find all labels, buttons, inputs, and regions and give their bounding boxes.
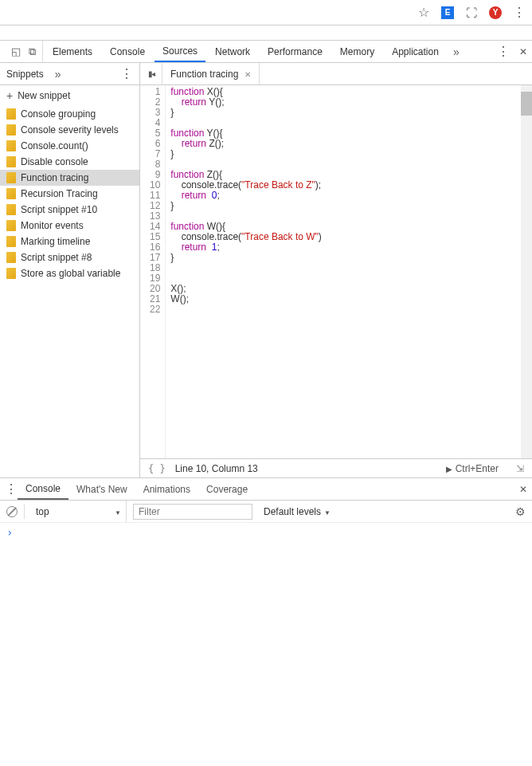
sources-content: Snippets New snippet Console groupingCon… (0, 63, 532, 477)
snippet-item[interactable]: Disable console (0, 154, 139, 170)
snippet-label: Function tracing (21, 172, 88, 183)
drawer-tab-whatsnew[interactable]: What's New (68, 478, 135, 500)
drawer-tabs: Console What's New Animations Coverage (0, 478, 532, 501)
cursor-position: Line 10, Column 13 (175, 463, 258, 474)
sidebar-more-icon[interactable] (50, 68, 66, 81)
snippet-file-icon (6, 268, 16, 279)
snippet-file-icon (6, 204, 16, 215)
levels-label: Default levels (264, 506, 321, 517)
editor-tab-active[interactable]: Function tracing (162, 63, 260, 84)
drawer-tab-console[interactable]: Console (18, 478, 68, 500)
editor-panel: Function tracing 12345678910111213141516… (140, 63, 532, 477)
devtools-panel: Elements Console Sources Network Perform… (0, 40, 532, 730)
console-filter-input[interactable] (133, 504, 252, 520)
snippet-file-icon (6, 220, 16, 231)
code-editor[interactable]: 12345678910111213141516171819202122 func… (140, 85, 532, 458)
expand-icon[interactable] (508, 463, 524, 474)
tab-sources[interactable]: Sources (155, 41, 205, 62)
snippet-file-icon (6, 108, 16, 120)
tab-elements[interactable]: Elements (45, 41, 100, 62)
extension-badge-icon[interactable]: Y (489, 6, 502, 19)
more-tabs-icon[interactable] (448, 45, 464, 58)
context-label: top (36, 506, 49, 517)
editor-scrollbar[interactable] (521, 85, 532, 458)
sidebar-header: Snippets (0, 63, 139, 85)
browser-menu-icon[interactable] (513, 6, 526, 19)
snippet-label: Script snippet #10 (21, 204, 97, 215)
clear-console-icon[interactable] (6, 506, 18, 517)
console-settings-icon[interactable] (515, 505, 526, 518)
snippet-item[interactable]: Script snippet #10 (0, 202, 139, 218)
inspect-element-icon[interactable] (11, 45, 21, 57)
run-snippet-button[interactable]: Ctrl+Enter (446, 463, 499, 474)
device-toolbar-icon[interactable] (29, 45, 36, 58)
snippet-item[interactable]: Console.count() (0, 138, 139, 154)
tab-performance[interactable]: Performance (260, 41, 331, 62)
new-snippet-button[interactable]: New snippet (0, 85, 139, 106)
sidebar-title: Snippets (6, 69, 44, 80)
devtools-main-tabs: Elements Console Sources Network Perform… (0, 41, 532, 63)
tab-network[interactable]: Network (207, 41, 258, 62)
snippet-item[interactable]: Monitor events (0, 218, 139, 234)
snippet-file-icon (6, 124, 16, 136)
bookmark-star-icon[interactable] (417, 6, 430, 19)
snippet-file-icon (6, 140, 16, 151)
snippet-label: Console severity levels (21, 124, 119, 136)
tab-application[interactable]: Application (384, 41, 447, 62)
snippet-label: Script snippet #8 (21, 252, 92, 263)
snippet-label: Console.count() (21, 140, 88, 151)
scrollbar-thumb[interactable] (521, 92, 532, 116)
pretty-print-icon[interactable] (148, 463, 166, 474)
dropdown-icon (115, 506, 121, 517)
play-icon (446, 463, 452, 474)
snippet-file-icon (6, 172, 16, 183)
dropdown-icon (324, 506, 331, 517)
line-gutter: 12345678910111213141516171819202122 (140, 85, 166, 458)
snippets-sidebar: Snippets New snippet Console groupingCon… (0, 63, 140, 477)
snippet-label: Monitor events (21, 220, 84, 231)
snippet-item[interactable]: Console severity levels (0, 122, 139, 138)
toggle-navigator-icon[interactable] (140, 63, 162, 84)
code-content[interactable]: function X(){ return Y();}function Y(){ … (166, 85, 532, 458)
fullscreen-icon[interactable] (465, 6, 478, 19)
editor-status-bar: Line 10, Column 13 Ctrl+Enter (140, 458, 532, 477)
console-prompt-icon (6, 528, 13, 539)
snippet-item[interactable]: Console grouping (0, 106, 139, 122)
snippet-item[interactable]: Script snippet #8 (0, 249, 139, 265)
snippet-item[interactable]: Marking timeline (0, 234, 139, 249)
snippet-label: Recursion Tracing (21, 188, 98, 199)
snippet-item[interactable]: Function tracing (0, 170, 139, 186)
snippet-label: Console grouping (21, 108, 96, 120)
snippet-item[interactable]: Store as global variable (0, 265, 139, 281)
editor-tab-title: Function tracing (170, 69, 238, 80)
extension-icon[interactable]: E (441, 6, 454, 19)
snippet-item[interactable]: Recursion Tracing (0, 186, 139, 202)
sidebar-menu-icon[interactable] (120, 66, 133, 81)
new-snippet-label: New snippet (18, 90, 70, 101)
tab-console[interactable]: Console (102, 41, 153, 62)
devtools-close-icon[interactable] (519, 46, 527, 57)
browser-toolbar: E Y (0, 0, 532, 26)
console-toolbar: top Default levels (0, 501, 532, 523)
editor-tab-close-icon[interactable] (244, 69, 251, 80)
drawer-close-icon[interactable] (519, 484, 527, 495)
editor-tabs: Function tracing (140, 63, 532, 85)
drawer-tab-animations[interactable]: Animations (135, 478, 198, 500)
log-levels-selector[interactable]: Default levels (259, 506, 335, 517)
context-selector[interactable]: top (31, 501, 127, 522)
snippet-file-icon (6, 252, 16, 263)
run-shortcut-label: Ctrl+Enter (456, 463, 499, 474)
tab-memory[interactable]: Memory (332, 41, 382, 62)
snippet-file-icon (6, 156, 16, 167)
plus-icon (6, 89, 13, 102)
console-drawer: Console What's New Animations Coverage t… (0, 477, 532, 730)
snippet-label: Store as global variable (21, 268, 120, 279)
drawer-menu-icon[interactable] (5, 481, 18, 497)
snippet-list: Console groupingConsole severity levelsC… (0, 106, 139, 477)
snippet-file-icon (6, 188, 16, 199)
snippet-label: Marking timeline (21, 236, 90, 247)
snippet-label: Disable console (21, 156, 88, 167)
console-output[interactable] (0, 523, 532, 730)
drawer-tab-coverage[interactable]: Coverage (198, 478, 256, 500)
devtools-settings-menu-icon[interactable] (497, 44, 510, 59)
